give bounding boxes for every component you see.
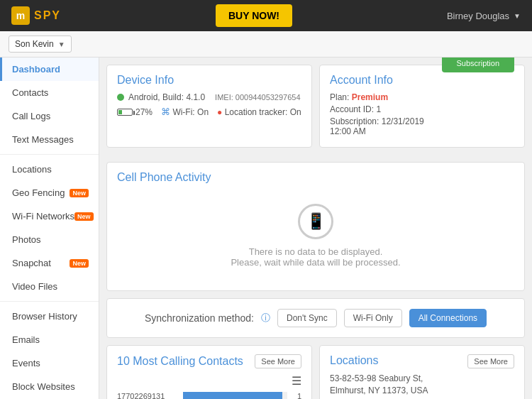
location-pin-icon: ● [217,107,222,117]
battery-fill [118,110,122,114]
cell-activity-card: Cell Phone Activity 📱 There is no data t… [106,162,525,291]
sidebar-item-contacts[interactable]: Contacts [0,81,99,104]
account-info-title: Account Info [330,74,442,87]
plan-label: Plan: [330,92,349,102]
user-menu[interactable]: Birney Douglas ▼ [447,11,521,21]
battery-indicator: 27% [117,107,153,117]
call-bar-wrap [183,392,287,399]
account-info-card: Account Info Plan: Premium Account ID: 1… [319,65,525,148]
sidebar-item-block-websites[interactable]: Block Websites [0,375,99,398]
sidebar-label-locations: Locations [12,164,52,175]
sidebar-label-emails: Emails [12,334,40,345]
call-count: 1 [293,392,301,399]
user-dropdown-arrow: ▼ [514,12,521,20]
sidebar-divider-1 [0,154,99,155]
sidebar-item-photos[interactable]: Photos [0,228,99,251]
buy-now-button[interactable]: BUY NOW! [216,4,292,27]
sidebar-item-snapchat[interactable]: Snapchat New [0,251,99,275]
logo: m SPY [11,6,61,25]
device-info-card: Device Info Android, Build: 4.1.0 IMEI: … [106,65,312,148]
location-indicator: ● Location tracker: On [217,107,301,117]
sidebar-item-dashboard[interactable]: Dashboard [0,58,99,81]
locations-card: Locations See More 53-82-53-98 Seabury S… [319,345,525,399]
sync-method-card: Synchronization method: ⓘ Don't Sync Wi-… [106,298,525,338]
sidebar-label-video-files: Video Files [12,281,57,292]
wifi-indicator: ⌘ Wi-Fi: On [161,106,209,117]
sidebar-item-emails[interactable]: Emails [0,328,99,351]
sidebar-item-locations[interactable]: Locations [0,158,99,181]
activity-empty-state: 📱 There is no data to be displayed. Plea… [117,190,514,282]
sidebar-item-events[interactable]: Events [0,351,99,375]
locations-see-more-button[interactable]: See More [467,354,514,368]
location-address: 53-82-53-98 Seabury St,Elmhurst, NY 1137… [330,373,514,397]
calling-contacts-title: 10 Most Calling Contacts [117,355,243,368]
menu-icon[interactable]: ☰ [117,374,301,388]
phone-empty-icon: 📱 [298,204,333,239]
call-bars-list: 17702269131 1 15602225731 1 19796871816 … [117,392,301,399]
sidebar-item-call-logs[interactable]: Call Logs [0,104,99,128]
calling-contacts-header: 10 Most Calling Contacts See More [117,354,301,368]
device-caret-icon: ▼ [58,40,65,48]
sync-info-icon[interactable]: ⓘ [261,312,270,324]
main-content: Device Info Android, Build: 4.1.0 IMEI: … [99,58,532,399]
wifi-label: Wi-Fi: [172,107,194,117]
device-selector[interactable]: Son Kevin ▼ [9,35,72,53]
sidebar-label-geo-fencing: Geo Fencing [12,187,65,198]
wifi-icon: ⌘ [161,106,170,117]
snapchat-badge: New [70,259,89,268]
sync-dont-sync-button[interactable]: Don't Sync [277,309,337,327]
sync-wifi-only-button[interactable]: Wi-Fi Only [344,309,402,327]
activity-empty-line2: Please, wait while data will be processe… [131,257,500,268]
os-status-dot [117,94,124,101]
account-plan-row: Plan: Premium [330,92,442,102]
device-stats-row: 27% ⌘ Wi-Fi: On ● Location tracker: On [117,106,301,117]
device-info-title: Device Info [117,74,301,87]
account-id-value: 1 [376,104,381,114]
geo-fencing-badge: New [70,189,89,197]
sidebar-label-snapchat: Snapchat [12,258,51,268]
sidebar-item-wifi-networks[interactable]: Wi-Fi Networks New [0,204,99,228]
wifi-networks-badge: New [74,212,94,221]
activity-empty-line1: There is no data to be displayed. [131,246,500,257]
sync-label: Synchronization method: [145,312,254,324]
plan-value: Premium [352,92,388,102]
calling-see-more-button[interactable]: See More [255,354,301,368]
sidebar-label-photos: Photos [12,234,40,245]
cell-activity-title: Cell Phone Activity [117,171,514,184]
sidebar-label-browser-history: Browser History [12,311,77,322]
sync-all-connections-button[interactable]: All Connections [409,309,487,327]
subscription-label: Subscription: [330,116,379,126]
sidebar: Dashboard Contacts Call Logs Text Messag… [0,58,99,399]
sidebar-label-text-messages: Text Messages [12,134,74,145]
account-id-row: Account ID: 1 [330,104,442,114]
top-cards: Device Info Android, Build: 4.1.0 IMEI: … [106,65,525,155]
extend-subscription-button[interactable]: Extend Subscription [442,58,515,72]
sidebar-item-video-files[interactable]: Video Files [0,275,99,298]
call-item: 17702269131 1 [117,392,301,399]
sub-header: Son Kevin ▼ [0,31,532,58]
bottom-cards: 10 Most Calling Contacts See More ☰ 1770… [106,345,525,399]
sidebar-label-events: Events [12,358,40,368]
sidebar-item-text-messages[interactable]: Text Messages [0,128,99,151]
battery-icon [117,109,133,116]
user-name: Birney Douglas [447,11,509,21]
sidebar-label-wifi-networks: Wi-Fi Networks [12,211,74,222]
subscription-row: Subscription: 12/31/2019 12:00 AM [330,116,442,136]
device-name: Son Kevin [15,39,54,49]
sidebar-divider-2 [0,301,99,302]
account-info-content: Account Info Plan: Premium Account ID: 1… [330,74,442,138]
sidebar-label-call-logs: Call Logs [12,111,50,121]
phone-icon: 📱 [306,212,326,231]
imei-value: 000944053297654 [235,93,301,102]
logo-text: SPY [34,9,61,22]
locations-title: Locations [330,354,379,367]
sidebar-label-contacts: Contacts [12,87,48,98]
sidebar-item-browser-history[interactable]: Browser History [0,305,99,328]
header: m SPY BUY NOW! Birney Douglas ▼ [0,0,532,31]
account-id-label: Account ID: [330,104,374,114]
sidebar-item-geo-fencing[interactable]: Geo Fencing New [0,181,99,204]
sidebar-label-block-websites: Block Websites [12,381,75,392]
wifi-status: On [197,107,209,117]
device-os-row: Android, Build: 4.1.0 IMEI: 000944053297… [117,92,301,102]
device-os-text: Android, Build: 4.1.0 [128,92,205,102]
